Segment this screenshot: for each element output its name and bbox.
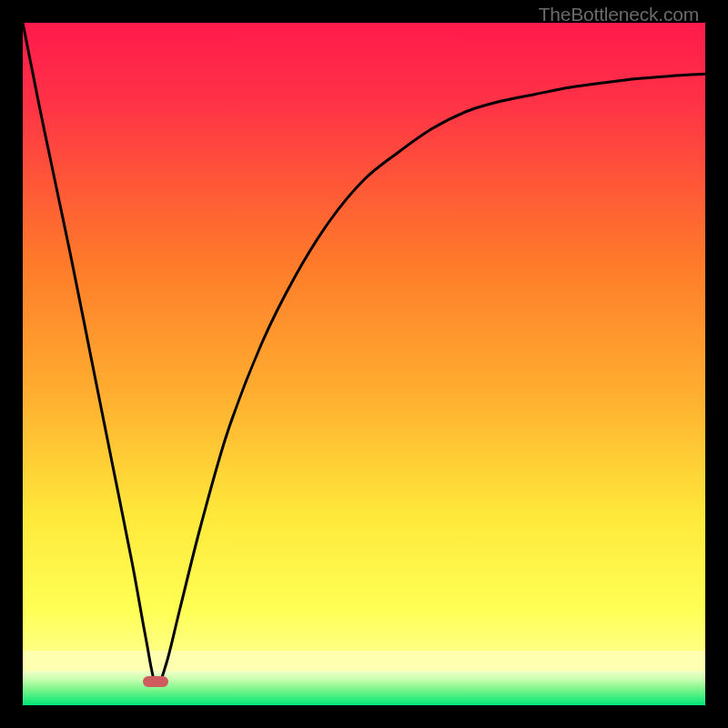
- curve-layer: [23, 23, 705, 705]
- plot-area: [23, 23, 705, 705]
- watermark-text: TheBottleneck.com: [539, 4, 699, 25]
- optimal-marker: [143, 676, 168, 687]
- bottleneck-curve: [23, 23, 705, 686]
